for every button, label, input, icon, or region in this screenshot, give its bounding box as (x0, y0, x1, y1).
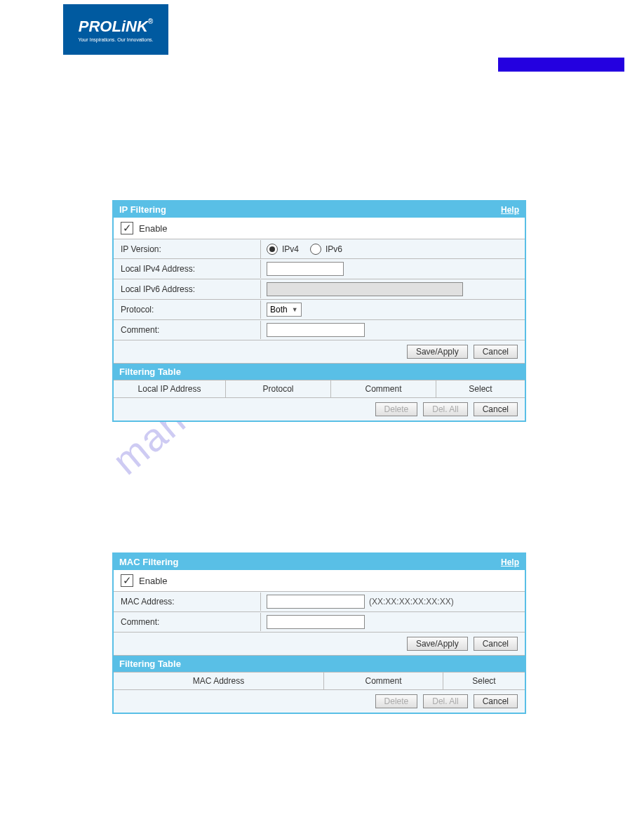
ip-version-label: IP Version: (114, 240, 261, 258)
ipv4-radio[interactable] (267, 244, 278, 255)
enable-label: Enable (139, 576, 167, 586)
table-cancel-button[interactable]: Cancel (474, 402, 518, 416)
filtering-table-header: Filtering Table (114, 655, 525, 672)
delete-button[interactable]: Delete (375, 402, 418, 416)
comment-row: Comment: (114, 319, 525, 340)
delete-button[interactable]: Delete (375, 694, 418, 708)
local-ipv4-label: Local IPv4 Address: (114, 260, 261, 278)
ip-version-row: IP Version: IPv4 IPv6 (114, 239, 525, 258)
logo-tagline: Your Inspirations. Our Innovations. (78, 37, 153, 42)
table-header-row: MAC Address Comment Select (114, 672, 525, 689)
cancel-button[interactable]: Cancel (474, 345, 518, 359)
comment-row: Comment: (114, 611, 525, 632)
local-ipv4-row: Local IPv4 Address: (114, 258, 525, 279)
col-comment: Comment (324, 673, 443, 689)
protocol-label: Protocol: (114, 300, 261, 319)
protocol-row: Protocol: Both ▼ (114, 299, 525, 319)
local-ipv4-input[interactable] (267, 262, 344, 276)
comment-input[interactable] (267, 323, 365, 337)
delete-all-button[interactable]: Del. All (423, 402, 467, 416)
local-ipv6-row: Local IPv6 Address: (114, 279, 525, 299)
mac-address-row: MAC Address: (XX:XX:XX:XX:XX:XX) (114, 591, 525, 611)
col-local-ip: Local IP Address (114, 380, 226, 397)
ipv6-radio[interactable] (310, 244, 321, 255)
col-mac-address: MAC Address (114, 673, 324, 689)
col-comment: Comment (331, 380, 436, 397)
filtering-table-header: Filtering Table (114, 363, 525, 380)
form-buttons: Save/Apply Cancel (114, 340, 525, 363)
col-protocol: Protocol (226, 380, 331, 397)
enable-label: Enable (139, 223, 167, 234)
mac-format-hint: (XX:XX:XX:XX:XX:XX) (369, 597, 454, 607)
cancel-button[interactable]: Cancel (474, 637, 518, 651)
panel-title: MAC Filtering (119, 557, 179, 567)
local-ipv6-label: Local IPv6 Address: (114, 280, 261, 298)
mac-filtering-panel: MAC Filtering Help Enable MAC Address: (… (112, 552, 526, 714)
enable-row: Enable (114, 570, 525, 591)
chevron-down-icon: ▼ (292, 306, 298, 313)
highlight-bar (498, 58, 624, 72)
mac-address-label: MAC Address: (114, 593, 261, 611)
save-button[interactable]: Save/Apply (407, 345, 468, 359)
delete-all-button[interactable]: Del. All (423, 694, 467, 708)
enable-checkbox[interactable] (121, 222, 133, 234)
logo-brand: PROLiNK® (79, 18, 153, 36)
help-link[interactable]: Help (501, 205, 519, 215)
mac-address-input[interactable] (267, 595, 365, 609)
local-ipv6-input (267, 282, 463, 296)
table-buttons: Delete Del. All Cancel (114, 689, 525, 713)
enable-checkbox[interactable] (121, 574, 133, 587)
table-header-row: Local IP Address Protocol Comment Select (114, 380, 525, 397)
save-button[interactable]: Save/Apply (407, 637, 468, 651)
panel-header: MAC Filtering Help (114, 554, 525, 570)
ip-version-value: IPv4 IPv6 (261, 241, 525, 258)
table-cancel-button[interactable]: Cancel (474, 694, 518, 708)
help-link[interactable]: Help (501, 557, 519, 567)
comment-input[interactable] (267, 615, 365, 629)
ipv6-label: IPv6 (326, 244, 342, 254)
table-buttons: Delete Del. All Cancel (114, 397, 525, 421)
comment-label: Comment: (114, 321, 261, 339)
enable-row: Enable (114, 218, 525, 239)
col-select: Select (436, 380, 525, 397)
comment-label: Comment: (114, 613, 261, 631)
form-buttons: Save/Apply Cancel (114, 632, 525, 655)
logo: PROLiNK® Your Inspirations. Our Innovati… (63, 4, 168, 55)
protocol-select[interactable]: Both ▼ (267, 303, 302, 317)
ip-filtering-panel: IP Filtering Help Enable IP Version: IPv… (112, 200, 526, 422)
panel-title: IP Filtering (119, 204, 166, 215)
col-select: Select (443, 673, 525, 689)
ipv4-label: IPv4 (282, 244, 299, 254)
panel-header: IP Filtering Help (114, 201, 525, 218)
